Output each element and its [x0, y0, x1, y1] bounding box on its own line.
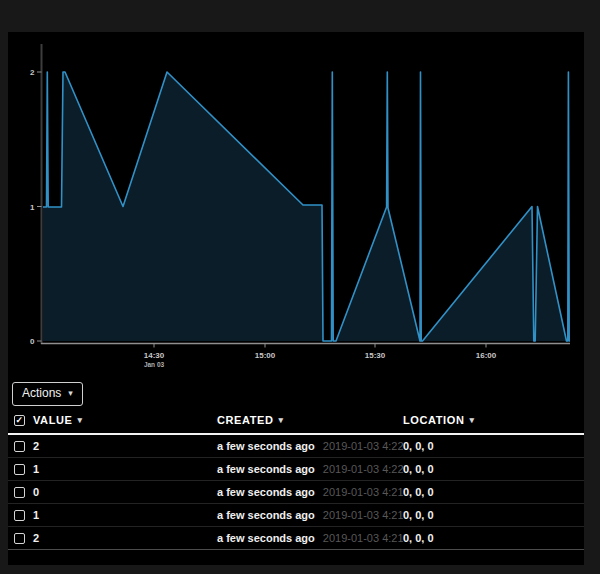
row-checkbox[interactable]: [14, 487, 25, 498]
sort-caret-icon: ▾: [279, 416, 284, 425]
chevron-down-icon: ▾: [68, 389, 73, 398]
actions-button[interactable]: Actions ▾: [12, 382, 83, 406]
row-checkbox[interactable]: [14, 441, 25, 452]
created-absolute: 2019-01-03 4:21:46 p…: [323, 509, 403, 521]
table-row: 0 a few seconds ago 2019-01-03 4:21:50 p…: [8, 481, 584, 504]
svg-text:15:30: 15:30: [365, 351, 386, 360]
value-cell: 0: [33, 486, 217, 498]
created-cell: a few seconds ago 2019-01-03 4:22:12 p…: [217, 440, 403, 452]
created-relative: a few seconds ago: [217, 440, 315, 452]
column-header-created[interactable]: CREATED ▾: [217, 414, 403, 426]
column-header-location-label: LOCATION: [403, 414, 464, 426]
created-relative: a few seconds ago: [217, 486, 315, 498]
location-cell: 0, 0, 0: [403, 440, 584, 452]
svg-text:14:30: 14:30: [144, 351, 165, 360]
location-cell: 0, 0, 0: [403, 463, 584, 475]
created-cell: a few seconds ago 2019-01-03 4:21:46 p…: [217, 509, 403, 521]
created-cell: a few seconds ago 2019-01-03 4:21:42 p…: [217, 532, 403, 544]
created-cell: a few seconds ago 2019-01-03 4:21:50 p…: [217, 486, 403, 498]
value-cell: 1: [33, 509, 217, 521]
location-cell: 0, 0, 0: [403, 532, 584, 544]
column-header-location[interactable]: LOCATION ▾: [403, 414, 584, 426]
table-row: 1 a few seconds ago 2019-01-03 4:21:46 p…: [8, 504, 584, 527]
sort-caret-icon: ▾: [469, 416, 474, 425]
checkmark-icon: ✓: [15, 416, 23, 425]
value-cell: 2: [33, 440, 217, 452]
value-cell: 2: [33, 532, 217, 544]
created-cell: a few seconds ago 2019-01-03 4:22:08 …: [217, 463, 403, 475]
table-row: 2 a few seconds ago 2019-01-03 4:21:42 p…: [8, 527, 584, 550]
value-cell: 1: [33, 463, 217, 475]
table-row: 2 a few seconds ago 2019-01-03 4:22:12 p…: [8, 435, 584, 458]
column-header-value[interactable]: VALUE ▾: [33, 414, 217, 426]
time-series-area-chart: 21014:30Jan 0315:0015:3016:00: [0, 0, 600, 380]
created-absolute: 2019-01-03 4:21:50 p…: [323, 486, 403, 498]
created-absolute: 2019-01-03 4:21:42 p…: [323, 532, 403, 544]
row-checkbox[interactable]: [14, 464, 25, 475]
column-header-value-label: VALUE: [33, 414, 72, 426]
location-cell: 0, 0, 0: [403, 486, 584, 498]
created-relative: a few seconds ago: [217, 463, 315, 475]
column-header-created-label: CREATED: [217, 414, 274, 426]
sort-caret-icon: ▾: [77, 416, 82, 425]
table-row: 1 a few seconds ago 2019-01-03 4:22:08 ……: [8, 458, 584, 481]
svg-text:15:00: 15:00: [255, 351, 276, 360]
dashboard-screen: 21014:30Jan 0315:0015:3016:00 Actions ▾ …: [0, 0, 600, 574]
device-data-table: ✓ VALUE ▾ CREATED ▾ LOCATION ▾ 2 a few s…: [8, 407, 584, 550]
location-cell: 0, 0, 0: [403, 509, 584, 521]
created-absolute: 2019-01-03 4:22:08 …: [323, 463, 403, 475]
actions-button-label: Actions: [22, 387, 61, 400]
created-relative: a few seconds ago: [217, 532, 315, 544]
svg-text:0: 0: [30, 337, 35, 346]
svg-text:1: 1: [30, 203, 35, 212]
table-header-row: ✓ VALUE ▾ CREATED ▾ LOCATION ▾: [8, 407, 584, 435]
svg-text:16:00: 16:00: [476, 351, 497, 360]
created-absolute: 2019-01-03 4:22:12 p…: [323, 440, 403, 452]
svg-text:2: 2: [30, 68, 35, 77]
row-checkbox[interactable]: [14, 510, 25, 521]
svg-text:Jan 03: Jan 03: [144, 361, 165, 368]
select-all-checkbox[interactable]: ✓: [14, 415, 25, 426]
created-relative: a few seconds ago: [217, 509, 315, 521]
row-checkbox[interactable]: [14, 533, 25, 544]
